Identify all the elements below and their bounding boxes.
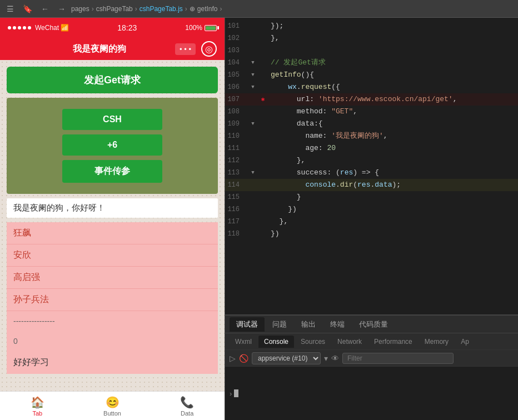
code-line-112: 112 }, <box>225 154 518 167</box>
code-line-108: 108 method: "GET", <box>225 106 518 118</box>
line-number: 109 <box>225 118 248 130</box>
tab-item-tab[interactable]: 🏠 Tab <box>0 392 75 420</box>
tab-output[interactable]: 输出 <box>295 317 322 332</box>
main-content: WeChat 📶 18:23 100% 我是夜阑的狗 • • • ◎ 发起Get… <box>0 18 518 420</box>
service-select[interactable]: appservice (#10) <box>252 352 321 364</box>
filter-input[interactable] <box>342 353 454 364</box>
code-content: success: (res) => { <box>268 167 518 179</box>
code-content: url: 'https://www.escook.cn/api/get', <box>268 93 518 106</box>
line-number: 102 <box>225 32 248 44</box>
code-content: // 发起Get请求 <box>268 57 518 69</box>
line-number: 116 <box>225 203 248 216</box>
line-number: 113 <box>225 167 248 179</box>
status-time: 18:23 <box>117 23 137 32</box>
hamburger-icon[interactable]: ☰ <box>4 3 16 14</box>
list-item: 狂飙 <box>7 222 218 244</box>
line-number: 106 <box>225 81 248 93</box>
nav-icons: • • • ◎ <box>175 41 217 57</box>
top-toolbar: ☰ 🔖 ← → pages › cshPageTab › cshPageTab.… <box>0 0 518 18</box>
breadcrumb-pages[interactable]: pages <box>71 5 89 13</box>
code-line-102: 102 }, <box>225 32 518 44</box>
csh-button[interactable]: CSH <box>62 109 162 130</box>
list-zero: 0 <box>7 331 218 351</box>
wechat-navbar: 我是夜阑的狗 • • • ◎ <box>0 38 225 60</box>
code-content: }) <box>268 203 518 216</box>
signal-dot-5 <box>28 26 31 29</box>
code-content: console.dir(res.data); <box>268 179 518 191</box>
list-container: 狂飙 安欣 高启强 孙子兵法 ---------------- 0 好好学习 <box>7 222 218 374</box>
signal-dot-4 <box>23 26 26 29</box>
devtool-memory[interactable]: Memory <box>419 336 454 348</box>
line-number: 112 <box>225 154 248 167</box>
breadcrumb-cshpagetab[interactable]: cshPageTab <box>96 5 133 13</box>
line-number: 117 <box>225 216 248 228</box>
plus6-button[interactable]: +6 <box>62 134 162 156</box>
list-last-item: 好好学习 <box>7 351 218 374</box>
bookmark-icon[interactable]: 🔖 <box>21 3 34 14</box>
signal-dot-2 <box>13 26 16 29</box>
wechat-panel: WeChat 📶 18:23 100% 我是夜阑的狗 • • • ◎ 发起Get… <box>0 18 225 420</box>
code-line-103: 103 <box>225 44 518 57</box>
run-icon[interactable]: ▷ <box>230 354 236 363</box>
block-icon[interactable]: 🚫 <box>239 354 248 363</box>
devtools-tabs: Wxml Console Sources Network Performance… <box>225 333 518 350</box>
devtool-performance[interactable]: Performance <box>368 336 418 348</box>
eye-icon[interactable]: 👁 <box>331 354 339 363</box>
battery-info: 100% <box>185 24 217 32</box>
list-item: 高启强 <box>7 267 218 289</box>
list-separator: ---------------- <box>7 311 218 331</box>
tab-problems[interactable]: 问题 <box>266 317 293 332</box>
devtool-console[interactable]: Console <box>258 336 294 348</box>
carrier-name: WeChat <box>35 24 59 32</box>
nav-title: 我是夜阑的狗 <box>73 43 126 55</box>
get-request-button[interactable]: 发起Get请求 <box>7 67 218 93</box>
code-editor[interactable]: 101 }); 102 }, 103 104 ▼ <box>225 18 518 314</box>
code-content: }, <box>268 154 518 167</box>
line-number: 101 <box>225 20 248 32</box>
tab-item-button[interactable]: 😊 Button <box>75 392 150 420</box>
tab-debugger[interactable]: 调试器 <box>230 317 265 332</box>
code-line-106: 106 ▼ wx.request({ <box>225 81 518 93</box>
forward-icon[interactable]: → <box>56 3 68 14</box>
line-number: 110 <box>225 130 248 142</box>
tab-terminal[interactable]: 终端 <box>323 317 351 332</box>
devtool-sources[interactable]: Sources <box>295 336 331 348</box>
content-box: CSH +6 事件传参 <box>7 98 218 194</box>
code-line-105: 105 ▼ getInfo(){ <box>225 69 518 81</box>
console-cursor <box>234 389 238 397</box>
code-content: method: "GET", <box>268 106 518 118</box>
breadcrumb-file[interactable]: cshPageTab.js <box>140 5 183 13</box>
console-content: › <box>225 367 518 420</box>
breadcrumb-getinfo[interactable]: getInfo <box>197 5 218 13</box>
data-icon: 📞 <box>180 396 194 409</box>
breadcrumb-symbol[interactable]: ⊕ <box>190 5 195 13</box>
back-icon[interactable]: ← <box>39 3 51 14</box>
battery-icon <box>205 25 217 31</box>
code-content: }, <box>268 216 518 228</box>
tab-label-data: Data <box>181 410 193 417</box>
button-icon: 😊 <box>106 396 119 409</box>
tab-code-quality[interactable]: 代码质量 <box>352 317 395 332</box>
line-number: 118 <box>225 228 248 240</box>
devtool-wxml[interactable]: Wxml <box>230 336 257 348</box>
event-button[interactable]: 事件传参 <box>62 160 162 183</box>
devtool-network[interactable]: Network <box>332 336 367 348</box>
line-number: 108 <box>225 106 248 118</box>
dropdown-icon[interactable]: ▾ <box>324 354 328 363</box>
line-number: 114 <box>225 179 248 191</box>
bottom-tabs: 调试器 问题 输出 终端 代码质量 <box>225 316 518 333</box>
devtool-ap[interactable]: Ap <box>455 336 475 348</box>
code-content: getInfo(){ <box>268 69 518 81</box>
target-button[interactable]: ◎ <box>201 41 217 57</box>
code-content: }, <box>268 32 518 44</box>
code-content: age: 20 <box>268 142 518 154</box>
line-number: 103 <box>225 44 248 57</box>
tab-item-data[interactable]: 📞 Data <box>150 392 225 420</box>
code-line-118: 118 }) <box>225 228 518 240</box>
code-line-107: 107 ✱ url: 'https://www.escook.cn/api/ge… <box>225 93 518 106</box>
more-button[interactable]: • • • <box>175 43 196 55</box>
code-line-117: 117 }, <box>225 216 518 228</box>
code-line-109: 109 ▼ data:{ <box>225 118 518 130</box>
code-line-114: 114 console.dir(res.data); <box>225 179 518 191</box>
code-line-111: 111 age: 20 <box>225 142 518 154</box>
